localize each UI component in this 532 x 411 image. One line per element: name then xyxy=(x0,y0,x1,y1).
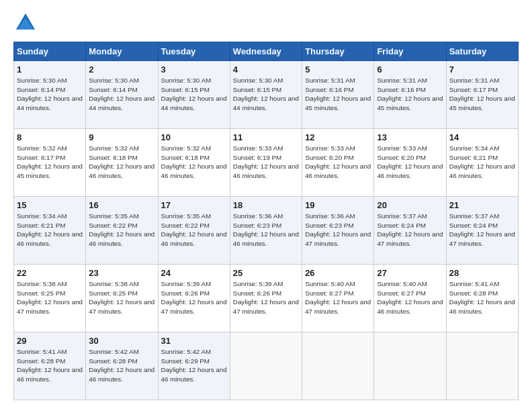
day-info: Sunrise: 5:35 AMSunset: 6:22 PMDaylight:… xyxy=(89,212,154,247)
calendar-cell: 15 Sunrise: 5:34 AMSunset: 6:21 PMDaylig… xyxy=(14,197,86,265)
day-info: Sunrise: 5:33 AMSunset: 6:20 PMDaylight:… xyxy=(377,144,443,179)
day-number: 25 xyxy=(233,268,299,278)
header xyxy=(13,11,519,35)
col-header-thursday: Thursday xyxy=(302,42,374,61)
day-info: Sunrise: 5:39 AMSunset: 6:26 PMDaylight:… xyxy=(233,280,299,315)
day-info: Sunrise: 5:31 AMSunset: 6:17 PMDaylight:… xyxy=(449,77,515,111)
day-number: 11 xyxy=(233,132,299,142)
day-info: Sunrise: 5:32 AMSunset: 6:18 PMDaylight:… xyxy=(161,144,227,179)
day-number: 16 xyxy=(89,200,154,210)
day-info: Sunrise: 5:30 AMSunset: 6:14 PMDaylight:… xyxy=(89,77,154,111)
calendar-cell xyxy=(230,332,302,400)
calendar-cell: 6 Sunrise: 5:31 AMSunset: 6:16 PMDayligh… xyxy=(374,61,446,129)
day-info: Sunrise: 5:38 AMSunset: 6:25 PMDaylight:… xyxy=(89,280,154,315)
col-header-wednesday: Wednesday xyxy=(230,42,302,61)
calendar-week-5: 29 Sunrise: 5:41 AMSunset: 6:28 PMDaylig… xyxy=(14,332,519,400)
calendar-cell: 8 Sunrise: 5:32 AMSunset: 6:17 PMDayligh… xyxy=(14,129,86,197)
day-info: Sunrise: 5:37 AMSunset: 6:24 PMDaylight:… xyxy=(449,212,515,247)
col-header-sunday: Sunday xyxy=(14,42,86,61)
col-header-saturday: Saturday xyxy=(446,42,518,61)
calendar-cell: 1 Sunrise: 5:30 AMSunset: 6:14 PMDayligh… xyxy=(14,61,86,129)
day-number: 18 xyxy=(233,200,299,210)
calendar-cell: 4 Sunrise: 5:30 AMSunset: 6:15 PMDayligh… xyxy=(230,61,302,129)
calendar-cell: 12 Sunrise: 5:33 AMSunset: 6:20 PMDaylig… xyxy=(302,129,374,197)
calendar-week-1: 1 Sunrise: 5:30 AMSunset: 6:14 PMDayligh… xyxy=(14,61,519,129)
day-number: 12 xyxy=(305,132,371,142)
calendar-cell: 31 Sunrise: 5:42 AMSunset: 6:29 PMDaylig… xyxy=(158,332,230,400)
day-info: Sunrise: 5:33 AMSunset: 6:19 PMDaylight:… xyxy=(233,144,299,179)
day-number: 30 xyxy=(89,336,154,346)
day-info: Sunrise: 5:34 AMSunset: 6:21 PMDaylight:… xyxy=(17,212,83,247)
day-number: 7 xyxy=(449,64,515,75)
calendar-cell: 2 Sunrise: 5:30 AMSunset: 6:14 PMDayligh… xyxy=(86,61,158,129)
calendar-cell: 29 Sunrise: 5:41 AMSunset: 6:28 PMDaylig… xyxy=(14,332,86,400)
calendar-week-2: 8 Sunrise: 5:32 AMSunset: 6:17 PMDayligh… xyxy=(14,129,519,197)
day-info: Sunrise: 5:30 AMSunset: 6:14 PMDaylight:… xyxy=(17,77,83,111)
day-info: Sunrise: 5:36 AMSunset: 6:23 PMDaylight:… xyxy=(233,212,299,247)
day-info: Sunrise: 5:40 AMSunset: 6:27 PMDaylight:… xyxy=(305,280,371,315)
day-info: Sunrise: 5:40 AMSunset: 6:27 PMDaylight:… xyxy=(377,280,443,315)
logo-icon xyxy=(13,11,38,35)
day-info: Sunrise: 5:36 AMSunset: 6:23 PMDaylight:… xyxy=(305,212,371,247)
calendar-cell: 10 Sunrise: 5:32 AMSunset: 6:18 PMDaylig… xyxy=(158,129,230,197)
day-number: 24 xyxy=(161,268,227,278)
calendar-cell: 26 Sunrise: 5:40 AMSunset: 6:27 PMDaylig… xyxy=(302,265,374,332)
col-header-monday: Monday xyxy=(86,42,158,61)
day-number: 1 xyxy=(17,64,83,75)
day-info: Sunrise: 5:32 AMSunset: 6:18 PMDaylight:… xyxy=(89,144,154,179)
day-info: Sunrise: 5:30 AMSunset: 6:15 PMDaylight:… xyxy=(161,77,227,111)
day-number: 14 xyxy=(449,132,515,142)
calendar-cell: 18 Sunrise: 5:36 AMSunset: 6:23 PMDaylig… xyxy=(230,197,302,265)
day-number: 5 xyxy=(305,64,371,75)
day-info: Sunrise: 5:38 AMSunset: 6:25 PMDaylight:… xyxy=(17,280,83,315)
calendar-cell: 22 Sunrise: 5:38 AMSunset: 6:25 PMDaylig… xyxy=(14,265,86,332)
day-info: Sunrise: 5:31 AMSunset: 6:16 PMDaylight:… xyxy=(377,77,443,111)
day-number: 27 xyxy=(377,268,443,278)
day-info: Sunrise: 5:42 AMSunset: 6:28 PMDaylight:… xyxy=(89,348,154,383)
calendar-cell: 25 Sunrise: 5:39 AMSunset: 6:26 PMDaylig… xyxy=(230,265,302,332)
day-info: Sunrise: 5:33 AMSunset: 6:20 PMDaylight:… xyxy=(305,144,371,179)
calendar-cell: 30 Sunrise: 5:42 AMSunset: 6:28 PMDaylig… xyxy=(86,332,158,400)
day-number: 21 xyxy=(449,200,515,210)
day-number: 9 xyxy=(89,132,154,142)
calendar-cell xyxy=(302,332,374,400)
day-number: 15 xyxy=(17,200,83,210)
day-number: 26 xyxy=(305,268,371,278)
day-number: 28 xyxy=(449,268,515,278)
day-number: 2 xyxy=(89,64,154,75)
calendar-cell: 21 Sunrise: 5:37 AMSunset: 6:24 PMDaylig… xyxy=(446,197,518,265)
col-header-friday: Friday xyxy=(374,42,446,61)
calendar-cell: 28 Sunrise: 5:41 AMSunset: 6:28 PMDaylig… xyxy=(446,265,518,332)
day-number: 10 xyxy=(161,132,227,142)
logo xyxy=(13,11,40,35)
day-info: Sunrise: 5:41 AMSunset: 6:28 PMDaylight:… xyxy=(17,348,83,383)
day-info: Sunrise: 5:34 AMSunset: 6:21 PMDaylight:… xyxy=(449,144,515,179)
calendar-cell: 16 Sunrise: 5:35 AMSunset: 6:22 PMDaylig… xyxy=(86,197,158,265)
day-number: 4 xyxy=(233,64,299,75)
day-number: 22 xyxy=(17,268,83,278)
calendar-week-3: 15 Sunrise: 5:34 AMSunset: 6:21 PMDaylig… xyxy=(14,197,519,265)
day-info: Sunrise: 5:35 AMSunset: 6:22 PMDaylight:… xyxy=(161,212,227,247)
calendar-cell: 3 Sunrise: 5:30 AMSunset: 6:15 PMDayligh… xyxy=(158,61,230,129)
calendar-cell xyxy=(374,332,446,400)
day-info: Sunrise: 5:32 AMSunset: 6:17 PMDaylight:… xyxy=(17,144,83,179)
day-number: 6 xyxy=(377,64,443,75)
day-number: 17 xyxy=(161,200,227,210)
calendar-cell: 19 Sunrise: 5:36 AMSunset: 6:23 PMDaylig… xyxy=(302,197,374,265)
day-info: Sunrise: 5:39 AMSunset: 6:26 PMDaylight:… xyxy=(161,280,227,315)
day-number: 29 xyxy=(17,336,83,346)
calendar-cell xyxy=(446,332,518,400)
col-header-tuesday: Tuesday xyxy=(158,42,230,61)
calendar-cell: 14 Sunrise: 5:34 AMSunset: 6:21 PMDaylig… xyxy=(446,129,518,197)
calendar-cell: 9 Sunrise: 5:32 AMSunset: 6:18 PMDayligh… xyxy=(86,129,158,197)
calendar-cell: 5 Sunrise: 5:31 AMSunset: 6:16 PMDayligh… xyxy=(302,61,374,129)
calendar-table: SundayMondayTuesdayWednesdayThursdayFrid… xyxy=(13,42,519,400)
calendar-cell: 24 Sunrise: 5:39 AMSunset: 6:26 PMDaylig… xyxy=(158,265,230,332)
day-number: 20 xyxy=(377,200,443,210)
day-info: Sunrise: 5:42 AMSunset: 6:29 PMDaylight:… xyxy=(161,348,227,383)
calendar-cell: 17 Sunrise: 5:35 AMSunset: 6:22 PMDaylig… xyxy=(158,197,230,265)
calendar-cell: 7 Sunrise: 5:31 AMSunset: 6:17 PMDayligh… xyxy=(446,61,518,129)
day-number: 8 xyxy=(17,132,83,142)
day-info: Sunrise: 5:37 AMSunset: 6:24 PMDaylight:… xyxy=(377,212,443,247)
day-number: 3 xyxy=(161,64,227,75)
